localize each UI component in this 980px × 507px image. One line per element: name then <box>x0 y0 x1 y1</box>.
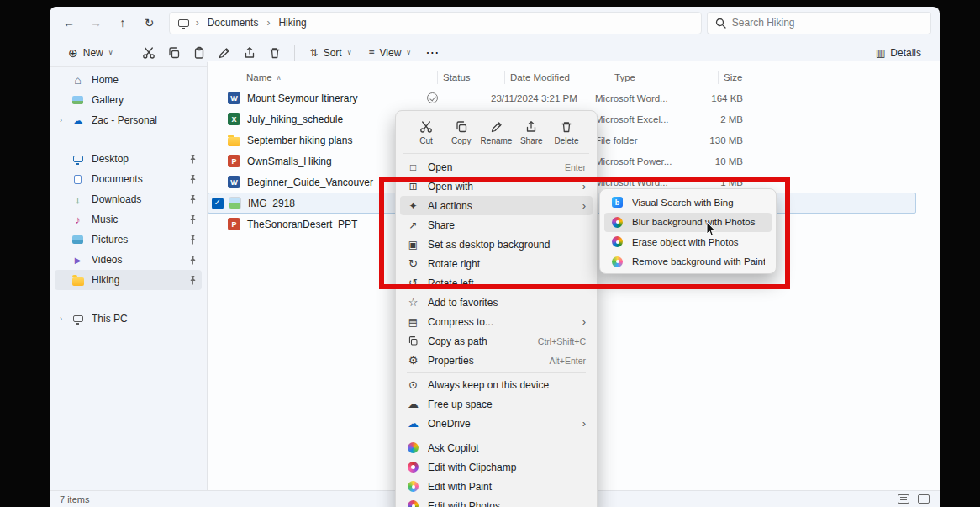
sidebar-item-gallery[interactable]: Gallery <box>55 90 202 110</box>
sidebar-item-hiking[interactable]: Hiking <box>55 270 202 290</box>
rename-icon <box>490 120 503 134</box>
menu-divider <box>407 372 586 373</box>
menu-item-properties[interactable]: PropertiesAlt+Enter <box>400 351 593 370</box>
menu-item-always-keep-on-device[interactable]: Always keep on this device <box>400 375 593 394</box>
pin-icon <box>189 276 197 285</box>
properties-icon <box>407 354 419 367</box>
rename-button[interactable]: Rename <box>481 118 513 148</box>
paste-icon[interactable] <box>188 42 210 64</box>
cut-button[interactable]: Cut <box>410 118 442 148</box>
file-name: Beginner_Guide_Vancouver <box>247 177 373 188</box>
sidebar-item-music[interactable]: Music <box>55 209 202 230</box>
sidebar-item-label: Pictures <box>92 234 184 246</box>
star-icon <box>407 296 419 309</box>
up-arrow-icon[interactable]: ↑ <box>112 12 134 34</box>
sort-button-label: Sort <box>324 47 342 59</box>
refresh-icon[interactable]: ↻ <box>139 12 161 34</box>
onedrive-icon <box>71 114 85 127</box>
sidebar-item-label: Music <box>92 214 184 225</box>
file-name: TheSonoranDesert_PPT <box>247 219 357 230</box>
sidebar-item-documents[interactable]: Documents <box>55 169 202 189</box>
sync-status-icon <box>427 92 438 103</box>
breadcrumb-documents[interactable]: Documents <box>204 16 262 29</box>
column-header-date-modified[interactable]: Date Modified <box>504 71 609 84</box>
gallery-icon <box>72 96 83 104</box>
file-name: September hiking plans <box>247 135 352 146</box>
file-size: 2 MB <box>701 114 743 124</box>
sort-button[interactable]: ⇅ Sort ∨ <box>303 44 359 62</box>
large-icons-view-icon[interactable] <box>918 494 930 504</box>
details-view-icon[interactable] <box>898 494 909 504</box>
file-type: Microsoft Power... <box>592 156 701 166</box>
new-button-label: New <box>83 47 103 59</box>
column-header-status[interactable]: Status <box>437 71 504 84</box>
delete-button[interactable]: Delete <box>551 118 582 148</box>
address-bar[interactable]: › Documents › Hiking <box>169 12 702 34</box>
menu-item-edit-with-clipchamp[interactable]: Edit with Clipchamp <box>400 457 593 477</box>
date-modified: 23/11/2024 3:21 PM <box>487 93 592 103</box>
back-arrow-icon[interactable]: ← <box>58 12 80 34</box>
sidebar-item-onedrive-personal[interactable]: ›Zac - Personal <box>55 110 202 130</box>
view-button-label: View <box>380 47 402 59</box>
search-input[interactable] <box>732 17 900 29</box>
file-type: File folder <box>592 135 701 145</box>
sidebar-item-label: Zac - Personal <box>92 114 197 126</box>
sidebar-item-pictures[interactable]: Pictures <box>55 230 202 250</box>
new-button[interactable]: ⊕ New ∨ <box>61 43 120 63</box>
monitor-icon <box>178 19 189 27</box>
checkbox[interactable] <box>212 198 224 209</box>
menu-item-free-up-space[interactable]: Free up space <box>400 394 593 414</box>
sort-arrows-icon: ⇅ <box>310 47 319 59</box>
sidebar-item-label: Gallery <box>92 94 197 106</box>
folder-icon <box>228 137 240 146</box>
file-size: 164 KB <box>701 93 743 103</box>
sidebar-item-desktop[interactable]: Desktop <box>55 149 202 169</box>
column-header-size[interactable]: Size <box>718 71 760 84</box>
file-type: Microsoft Excel... <box>592 114 701 124</box>
plus-icon: ⊕ <box>68 46 78 60</box>
menu-item-onedrive[interactable]: OneDrive› <box>400 414 593 433</box>
sidebar-item-videos[interactable]: Videos <box>55 250 202 270</box>
view-button[interactable]: ≡ View ∨ <box>362 44 419 62</box>
sidebar-item-this-pc[interactable]: ›This PC <box>55 309 202 329</box>
search-box[interactable] <box>707 12 931 34</box>
column-header-name[interactable]: Name∧ <box>228 71 437 84</box>
home-icon <box>71 73 85 87</box>
copilot-icon <box>408 442 419 453</box>
pc-icon <box>73 315 83 322</box>
expand-chevron-icon[interactable]: › <box>60 314 71 323</box>
menu-item-add-to-favorites[interactable]: Add to favorites <box>400 293 593 312</box>
menu-item-compress-to[interactable]: Compress to...› <box>400 312 593 331</box>
copy-button[interactable]: Copy <box>445 118 477 148</box>
column-header-type[interactable]: Type <box>609 71 718 84</box>
file-name: IMG_2918 <box>248 198 295 209</box>
search-icon <box>715 18 726 29</box>
cut-icon[interactable] <box>138 42 160 64</box>
clipchamp-icon <box>408 462 419 473</box>
menu-item-edit-with-photos[interactable]: Edit with Photos <box>400 496 593 507</box>
sidebar-item-label: Downloads <box>92 193 184 205</box>
sidebar-item-label: Videos <box>92 254 184 266</box>
copy-icon[interactable] <box>163 42 185 64</box>
menu-item-edit-with-paint[interactable]: Edit with Paint <box>400 477 593 496</box>
chevron-right-icon: › <box>582 315 586 328</box>
navigation-bar: ← → ↑ ↻ › Documents › Hiking <box>50 7 940 39</box>
expand-chevron-icon[interactable]: › <box>60 116 71 124</box>
menu-item-open[interactable]: OpenEnter <box>400 157 593 177</box>
shortcut-label: Ctrl+Shift+C <box>538 336 586 346</box>
table-row[interactable]: Mount Seymour Itinerary 23/11/2024 3:21 … <box>208 87 916 108</box>
details-button[interactable]: ▥ Details <box>869 44 928 62</box>
powerpoint-file-icon <box>228 155 240 167</box>
sidebar-item-downloads[interactable]: Downloads <box>55 189 202 209</box>
breadcrumb-hiking[interactable]: Hiking <box>275 16 309 29</box>
folder-icon <box>72 277 84 286</box>
chevron-down-icon: ∨ <box>406 49 411 56</box>
menu-item-ask-copilot[interactable]: Ask Copilot <box>400 438 593 457</box>
toolbar-divider <box>129 45 129 61</box>
share-button[interactable]: Share <box>515 118 547 148</box>
pin-icon <box>189 175 197 184</box>
sidebar-section-gap <box>50 130 207 149</box>
menu-item-copy-as-path[interactable]: Copy as pathCtrl+Shift+C <box>400 331 593 351</box>
forward-arrow-icon[interactable]: → <box>85 12 107 34</box>
sidebar-item-home[interactable]: Home <box>55 70 202 90</box>
